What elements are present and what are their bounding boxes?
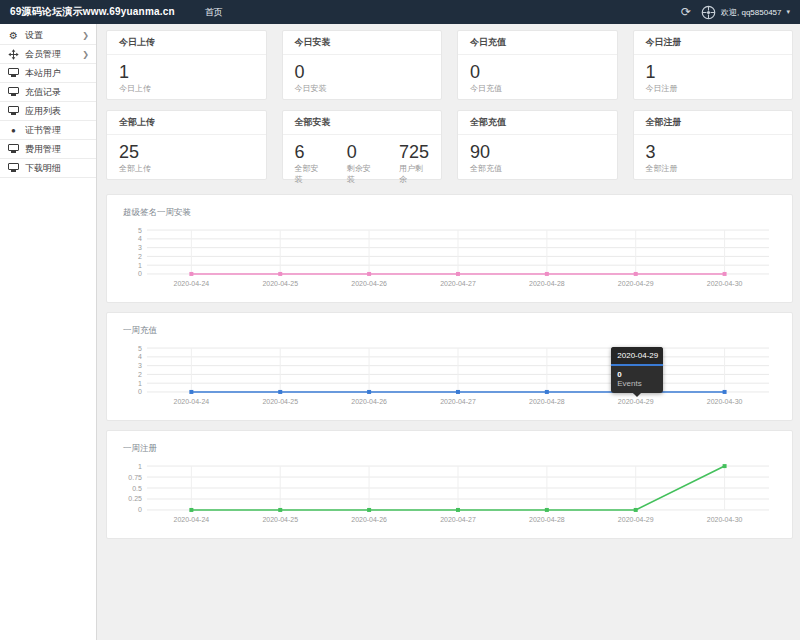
stat-card-title: 今日充值 [458,31,617,55]
stat-label: 全部充值 [470,163,502,174]
weekly-register-chart: 00.250.50.7512020-04-242020-04-252020-04… [123,462,776,526]
gears-icon: ⚙ [7,30,20,41]
stat: 0剩余安装 [347,142,371,185]
desktop-icon [7,144,20,154]
svg-text:1: 1 [138,262,142,269]
stat-label: 全部上传 [119,163,151,174]
svg-text:2020-04-26: 2020-04-26 [351,398,387,405]
stat-card-title: 今日安装 [283,31,442,55]
stat: 725用户剩余 [399,142,429,185]
svg-text:2020-04-27: 2020-04-27 [440,398,476,405]
stat-card: 今日注册 1今日注册 [633,30,794,100]
sidebar-item[interactable]: 本站用户 [0,64,96,83]
chevron-down-icon: ▾ [786,8,790,16]
sidebar-item[interactable]: ● 证书管理 [0,121,96,140]
nav-item-home[interactable]: 首页 [199,6,229,19]
stat-card-title: 今日注册 [634,31,793,55]
stat: 25全部上传 [119,142,151,174]
main-content: 今日上传 1今日上传 今日安装 0今日安装 今日充值 0今日充值 今日注册 1今… [97,24,800,640]
weekly-recharge-chart-panel: 一周充值 0123452020-04-242020-04-252020-04-2… [106,312,793,421]
stat-value: 1 [646,62,678,82]
stat-value: 0 [347,142,371,162]
sidebar-item[interactable]: 充值记录 [0,83,96,102]
svg-text:2020-04-25: 2020-04-25 [262,280,298,287]
svg-text:2020-04-24: 2020-04-24 [174,280,210,287]
svg-text:1: 1 [138,380,142,387]
chart-tooltip: 2020-04-29 0 Events [611,347,663,393]
stat-value: 1 [119,62,151,82]
chart-title: 一周充值 [123,325,776,337]
super-sign-weekly-install-chart-panel: 超级签名一周安装 0123452020-04-242020-04-252020-… [106,194,793,303]
stat-value: 6 [295,142,319,162]
sidebar-item[interactable]: 下载明细 [0,159,96,178]
desktop-icon [7,87,20,97]
stat: 1今日上传 [119,62,151,94]
svg-text:0.5: 0.5 [132,485,142,492]
stat-card: 今日上传 1今日上传 [106,30,267,100]
stat: 0今日充值 [470,62,502,94]
svg-text:2020-04-30: 2020-04-30 [707,280,743,287]
svg-text:5: 5 [138,345,142,352]
svg-text:2020-04-29: 2020-04-29 [618,516,654,523]
svg-text:2020-04-24: 2020-04-24 [174,516,210,523]
stat: 0今日安装 [295,62,327,94]
sidebar-item[interactable]: 费用管理 [0,140,96,159]
sidebar-item[interactable]: 应用列表 [0,102,96,121]
svg-text:4: 4 [138,235,142,242]
weekly-register-chart-panel: 一周注册 00.250.50.7512020-04-242020-04-2520… [106,430,793,539]
weekly-recharge-chart: 0123452020-04-242020-04-252020-04-262020… [123,344,776,408]
sidebar-item[interactable]: ⚙ 设置 ❯ [0,26,96,45]
stat-label: 今日充值 [470,83,502,94]
stat-value: 25 [119,142,151,162]
svg-text:2: 2 [138,253,142,260]
refresh-icon[interactable]: ⟳ [681,6,691,18]
stat-value: 725 [399,142,429,162]
chart-title: 一周注册 [123,443,776,455]
svg-text:2020-04-26: 2020-04-26 [351,516,387,523]
svg-text:0.25: 0.25 [128,495,142,502]
tooltip-label: Events [611,379,663,393]
stat: 6全部安装 [295,142,319,185]
svg-text:2020-04-29: 2020-04-29 [618,280,654,287]
tooltip-value: 0 [611,366,663,379]
svg-text:4: 4 [138,353,142,360]
arrows-move-icon [7,49,20,60]
stat-card-title: 全部充值 [458,111,617,135]
sidebar-item[interactable]: 会员管理 ❯ [0,45,96,64]
stat-card: 全部充值 90全部充值 [457,110,618,180]
svg-text:2020-04-26: 2020-04-26 [351,280,387,287]
stat-card: 全部安装 6全部安装0剩余安装725用户剩余 [282,110,443,180]
svg-text:2020-04-24: 2020-04-24 [174,398,210,405]
svg-text:3: 3 [138,244,142,251]
stat-label: 今日注册 [646,83,678,94]
stat-value: 0 [295,62,327,82]
chevron-right-icon: ❯ [82,31,89,40]
svg-text:5: 5 [138,227,142,234]
svg-text:0.75: 0.75 [128,474,142,481]
svg-text:2020-04-28: 2020-04-28 [529,398,565,405]
svg-text:0: 0 [138,506,142,513]
user-menu[interactable]: 欢迎, qq5850457 ▾ [701,5,790,20]
stat-label: 用户剩余 [399,163,429,185]
chart-title: 超级签名一周安装 [123,207,776,219]
top-navbar: 69源码论坛演示www.69yuanma.cn 首页 ⟳ 欢迎, qq58504… [0,0,800,24]
stat-value: 90 [470,142,502,162]
chevron-right-icon: ❯ [82,50,89,59]
navbar-right: ⟳ 欢迎, qq5850457 ▾ [681,5,790,20]
stat: 90全部充值 [470,142,502,174]
stat-card: 今日充值 0今日充值 [457,30,618,100]
svg-text:2020-04-27: 2020-04-27 [440,280,476,287]
sidebar: ⚙ 设置 ❯ 会员管理 ❯ 本站用户 充值记录 应用列表 ● 证 [0,24,97,640]
svg-text:2020-04-25: 2020-04-25 [262,516,298,523]
stat-label: 全部安装 [295,163,319,185]
stat-card-title: 全部安装 [283,111,442,135]
svg-text:0: 0 [138,388,142,395]
stat-card-title: 全部上传 [107,111,266,135]
svg-text:0: 0 [138,270,142,277]
svg-text:2020-04-28: 2020-04-28 [529,516,565,523]
circle-icon: ● [7,126,20,135]
svg-text:2020-04-29: 2020-04-29 [618,398,654,405]
svg-text:2020-04-27: 2020-04-27 [440,516,476,523]
brand-logo[interactable]: 69源码论坛演示www.69yuanma.cn [10,5,175,19]
stat-card: 今日安装 0今日安装 [282,30,443,100]
